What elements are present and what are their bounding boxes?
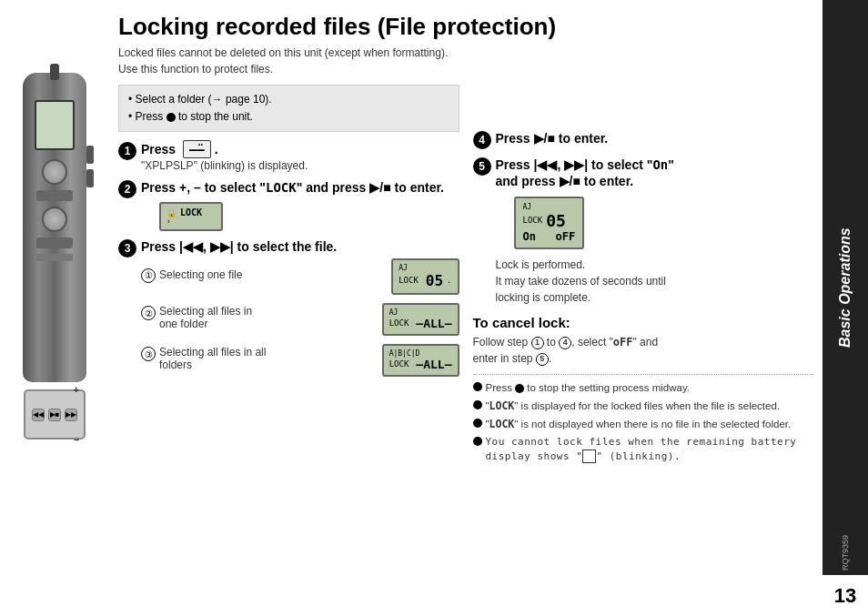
page-title: Locking recorded files (File protection) — [118, 14, 813, 40]
lcd-lock-icon: 🔒 — [167, 208, 177, 217]
device-side-buttons — [86, 146, 94, 187]
all-label: –ALL– — [416, 317, 451, 330]
step-3-content: Press |◀◀, ▶▶| to select the file. ① Sel… — [141, 238, 459, 381]
bullet-icon-1 — [473, 382, 482, 391]
page-number: 13 — [823, 575, 868, 616]
bullet-3: "LOCK" is not displayed when there is no… — [473, 417, 814, 431]
aj-label-2: AJ — [389, 308, 399, 317]
step-5-content: Press |◀◀, ▶▶| to select "On" and press … — [496, 157, 814, 249]
circnum-4: 4 — [559, 337, 571, 349]
minus-label: – — [74, 434, 79, 445]
lcd-display-2: 🔒 LOCK › — [159, 202, 223, 231]
bullet-icon-4 — [473, 437, 482, 446]
bullet-2: "LOCK" is displayed for the locked files… — [473, 399, 814, 413]
device-screen — [35, 100, 75, 150]
step-4: 4 Press ▶/■ to enter. — [473, 130, 814, 149]
all-label-2: –ALL– — [416, 358, 451, 371]
lock-text: LOCK — [266, 180, 297, 195]
next-btn: ▶▶ — [65, 409, 77, 421]
step-4-number: 4 — [473, 131, 491, 149]
device-round-btn-1 — [42, 159, 67, 185]
main-content: Locking recorded files (File protection)… — [109, 0, 823, 616]
stop-icon — [167, 113, 176, 122]
device-buttons — [36, 159, 73, 261]
circnum-1: 1 — [531, 337, 544, 349]
abcd-label: A|B|C|D — [389, 349, 420, 358]
device-illustration: + ◀◀ ▶■ ▶▶ – — [0, 0, 109, 616]
step-5-number: 5 — [473, 157, 491, 176]
bullet-list: Press to stop the setting process midway… — [473, 380, 814, 463]
step-2-number: 2 — [118, 180, 136, 198]
prev-btn: ◀◀ — [32, 409, 45, 421]
press-label: ▶/■ — [534, 131, 555, 146]
step-1-content: Press –̈– . "XPLPSLP" (blinking) is disp… — [141, 141, 459, 172]
substep-1-text: Selecting one file — [159, 268, 384, 281]
step-2: 2 Press +, – to select "LOCK" and press … — [118, 179, 459, 231]
play-stop-symbol: ▶/■ — [369, 180, 390, 195]
dotted-divider — [473, 374, 814, 375]
step-2-title: Press +, – to select "LOCK" and press ▶/… — [141, 179, 459, 196]
device-top-button — [50, 64, 59, 80]
page-subtitle: Locked files cannot be deleted on this u… — [118, 45, 813, 77]
step-1-desc: "XPLPSLP" (blinking) is displayed. — [141, 159, 459, 172]
step-2-content: Press +, – to select "LOCK" and press ▶/… — [141, 179, 459, 231]
device-body — [23, 73, 86, 382]
prereq-item1: • Select a folder (→ page 10). — [128, 91, 449, 108]
substep-3-text: Selecting all files in allfolders — [159, 346, 375, 371]
step-5: 5 Press |◀◀, ▶▶| to select "On" and pres… — [473, 157, 814, 249]
step-4-title: Press ▶/■ to enter. — [496, 130, 814, 146]
bullet-4: You cannot lock files when the remaining… — [473, 435, 814, 463]
off-text: oFF — [613, 336, 633, 348]
substep-3-1: ① Selecting one file AJ LOCK 05 — [141, 256, 459, 295]
lcd-arrow: › — [167, 217, 171, 226]
right-sidebar: Basic Operations RQT9359 13 — [823, 0, 868, 616]
substep-2-num: ② — [141, 306, 156, 320]
substep-3-num: ③ — [141, 347, 156, 361]
prerequisites-box: • Select a folder (→ page 10). • Press t… — [118, 85, 459, 132]
rqt-number: RQT9359 — [841, 535, 850, 571]
substep-1-num: ① — [141, 268, 156, 283]
sidebar-title: Basic Operations — [837, 0, 853, 575]
step-1-title: Press –̈– . — [141, 141, 459, 157]
lock-label-2: LOCK — [389, 318, 409, 328]
step-5-lcd-area: AJ LOCK 05 On oFF — [505, 194, 814, 249]
step-5-title: Press |◀◀, ▶▶| to select "On" and press … — [496, 157, 814, 189]
lcd-step3-1: AJ LOCK 05 . — [391, 258, 459, 295]
lcd-step3-3: A|B|C|D LOCK –ALL– — [382, 344, 459, 377]
num-label-1: 05 — [426, 272, 443, 289]
substep-2-text: Selecting all files inone folder — [159, 305, 375, 330]
device-small-btn-2 — [36, 237, 73, 248]
step-3: 3 Press |◀◀, ▶▶| to select the file. ① S… — [118, 238, 459, 381]
dot-label-1: . — [447, 276, 451, 285]
cancel-text: Follow step 1 to 4, select "oFF" and ent… — [473, 334, 814, 367]
plus-label: + — [74, 384, 79, 395]
stop-icon-2 — [515, 384, 524, 393]
step-2-lcd: 🔒 LOCK › — [150, 199, 459, 231]
lock-label-5: LOCK — [523, 216, 543, 225]
play-btn: ▶■ — [48, 409, 61, 421]
lcd-step3-2: AJ LOCK –ALL– — [382, 303, 459, 336]
substep-3-2: ② Selecting all files inone folder AJ LO… — [141, 300, 459, 336]
step-1: 1 Press –̈– . "XPLPSLP" (blinking) is di… — [118, 141, 459, 172]
bullet-icon-3 — [473, 419, 482, 428]
right-column: 4 Press ▶/■ to enter. 5 Press |◀◀, ▶▶| t… — [473, 85, 814, 467]
bullet-icon-2 — [473, 400, 482, 409]
prereq-item2: • Press to stop the unit. — [128, 108, 449, 126]
aj-label-1: AJ — [399, 264, 408, 272]
step-1-number: 1 — [118, 142, 136, 160]
left-column: • Select a folder (→ page 10). • Press t… — [118, 85, 459, 467]
device-bottom-controls: + ◀◀ ▶■ ▶▶ – — [24, 389, 86, 439]
on-text: On — [652, 157, 668, 172]
bullet-1: Press to stop the setting process midway… — [473, 380, 814, 395]
lock-label-3: LOCK — [389, 359, 409, 369]
cancel-section: To cancel lock: Follow step 1 to 4, sele… — [473, 315, 814, 367]
substep-3-3: ③ Selecting all files in allfolders A|B|… — [141, 341, 459, 377]
aj-label-5: AJ — [523, 203, 532, 211]
circnum-5: 5 — [536, 353, 549, 366]
lcd-lock-label: LOCK — [180, 207, 202, 217]
device-small-btn-1 — [36, 190, 73, 201]
step-3-title: Press |◀◀, ▶▶| to select the file. — [141, 238, 459, 255]
record-button-symbol: –̈– — [183, 140, 211, 158]
device-round-btn-2 — [42, 207, 67, 232]
on-off-options: On oFF — [523, 230, 576, 243]
